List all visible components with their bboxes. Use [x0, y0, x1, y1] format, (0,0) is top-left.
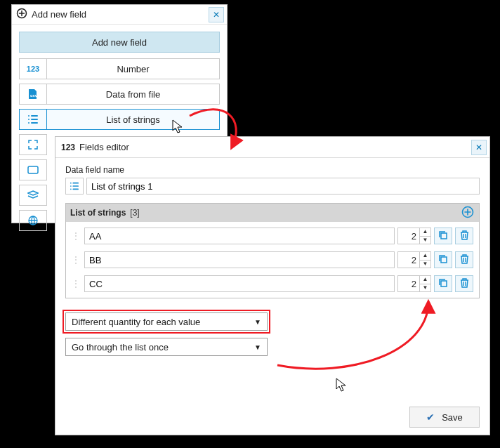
quantity-value: 2 [398, 228, 419, 244]
data-field-name-label: Data field name [65, 165, 480, 175]
list-icon [19, 109, 47, 130]
svg-rect-17 [441, 233, 447, 239]
chevron-down-icon[interactable]: ▼ [420, 284, 430, 292]
type-label: Number [47, 58, 220, 79]
chevron-up-icon[interactable]: ▲ [420, 228, 430, 236]
close-button[interactable]: ✕ [209, 7, 224, 22]
type-label: List of strings [47, 109, 220, 130]
editor-title: Fields editor [79, 142, 129, 152]
list-item-value-input[interactable] [84, 275, 395, 292]
svg-rect-18 [441, 257, 447, 263]
trash-icon [460, 254, 469, 266]
quantity-stepper[interactable]: 2 ▲▼ [397, 275, 431, 292]
list-title: List of strings [70, 208, 126, 218]
chevron-down-icon: ▼ [254, 343, 261, 351]
copy-icon [438, 278, 448, 290]
cursor-icon [172, 119, 183, 137]
svg-rect-19 [441, 281, 447, 286]
list-header: List of strings [3] [66, 204, 479, 222]
delete-button[interactable] [455, 275, 473, 292]
svg-rect-8 [28, 166, 38, 173]
close-icon: ✕ [475, 143, 482, 152]
quantity-value: 2 [398, 276, 419, 291]
ticket-icon [19, 159, 47, 180]
copy-icon [438, 230, 448, 242]
list-of-strings-block: List of strings [3] ⋮⋮ 2 ▲▼ [65, 203, 480, 298]
select-value: Go through the list once [72, 342, 169, 353]
drag-handle-icon[interactable]: ⋮⋮ [72, 231, 81, 241]
drag-handle-icon[interactable]: ⋮⋮ [72, 255, 81, 265]
plus-circle-icon [461, 206, 474, 220]
chevron-down-icon[interactable]: ▼ [420, 260, 430, 268]
layers-icon [19, 185, 47, 206]
list-item-value-input[interactable] [84, 251, 395, 268]
duplicate-button[interactable] [434, 251, 452, 268]
save-button[interactable]: ✔ Save [409, 407, 480, 428]
quantity-stepper[interactable]: 2 ▲▼ [397, 251, 431, 268]
trash-icon [460, 278, 469, 290]
list-count: [3] [130, 208, 139, 218]
duplicate-button[interactable] [434, 275, 452, 292]
list-icon [65, 178, 84, 195]
add-panel-titlebar: Add new field ✕ [12, 5, 227, 25]
delete-button[interactable] [455, 228, 473, 244]
plus-circle-icon [16, 8, 27, 21]
save-button-label: Save [442, 412, 463, 423]
number-icon: 123 [61, 143, 75, 152]
number-icon: 123 [19, 58, 47, 79]
select-value: Different quantity for each value [72, 317, 200, 327]
type-row-data-from-file[interactable]: csv Data from file [19, 84, 220, 105]
list-item: ⋮⋮ 2 ▲▼ [72, 228, 473, 244]
chevron-up-icon[interactable]: ▲ [420, 252, 430, 260]
trash-icon [460, 230, 469, 242]
close-button[interactable]: ✕ [471, 140, 487, 155]
svg-text:csv: csv [30, 93, 38, 98]
add-list-item-button[interactable] [461, 206, 475, 220]
list-item-value-input[interactable] [84, 228, 395, 244]
add-new-field-button-label: Add new field [92, 37, 147, 48]
type-row-number[interactable]: 123 Number [19, 58, 220, 79]
quantity-stepper[interactable]: 2 ▲▼ [397, 228, 431, 244]
cursor-icon [336, 378, 347, 395]
chevron-up-icon[interactable]: ▲ [420, 276, 430, 284]
loop-mode-select[interactable]: Go through the list once ▼ [65, 338, 268, 356]
duplicate-button[interactable] [434, 228, 452, 244]
expand-icon [19, 134, 47, 155]
chevron-down-icon: ▼ [254, 318, 261, 326]
type-label: Data from file [47, 84, 220, 105]
add-panel-title: Add new field [32, 9, 86, 20]
editor-titlebar: 123 Fields editor ✕ [55, 137, 489, 158]
close-icon: ✕ [213, 10, 220, 20]
delete-button[interactable] [455, 251, 473, 268]
chevron-down-icon[interactable]: ▼ [420, 236, 430, 244]
quantity-value: 2 [398, 252, 419, 268]
fields-editor-panel: 123 Fields editor ✕ Data field name List… [55, 136, 490, 435]
list-item: ⋮⋮ 2 ▲▼ [72, 275, 473, 292]
csv-file-icon: csv [19, 84, 47, 105]
check-icon: ✔ [426, 411, 435, 423]
list-item: ⋮⋮ 2 ▲▼ [72, 251, 473, 268]
quantity-mode-select[interactable]: Different quantity for each value ▼ [65, 312, 268, 331]
add-new-field-button[interactable]: Add new field [19, 32, 220, 53]
data-field-name-input[interactable] [86, 178, 480, 195]
copy-icon [438, 254, 448, 266]
globe-icon [19, 210, 47, 231]
drag-handle-icon[interactable]: ⋮⋮ [72, 279, 81, 289]
type-row-list-of-strings[interactable]: List of strings [19, 109, 220, 130]
